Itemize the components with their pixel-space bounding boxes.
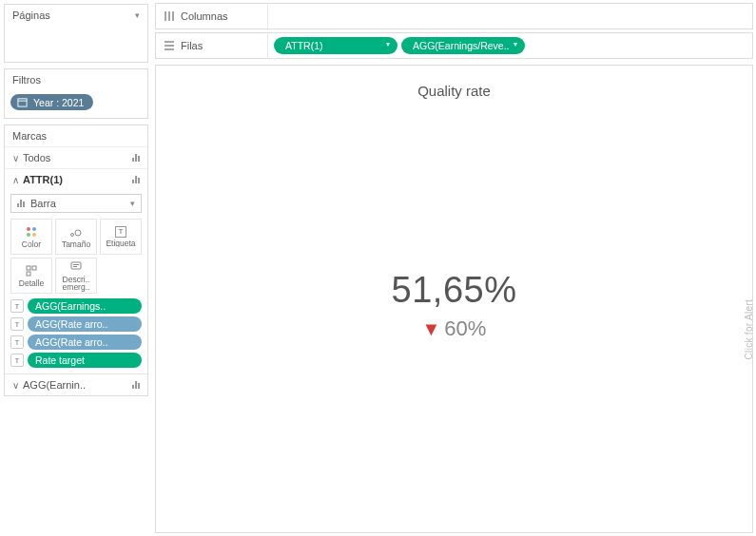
viz-target-row: ▼60%: [392, 316, 517, 340]
marks-label-text: Etiqueta: [106, 239, 135, 248]
text-icon: T: [10, 354, 24, 367]
mark-type-label: Barra: [30, 198, 56, 209]
marks-agg-label: AGG(Earnin..: [23, 379, 132, 391]
marks-detail-label: Detalle: [19, 279, 44, 288]
field-pill-label: AGG(Earnings..: [28, 298, 142, 314]
columns-icon: [164, 10, 175, 22]
filters-title: Filtros: [12, 74, 41, 86]
svg-point-2: [27, 227, 30, 231]
marks-panel: Marcas ∨ Todos ∧ ATTR(1) Barra ▾ Colo: [4, 124, 148, 396]
marks-detail-button[interactable]: Detalle: [10, 258, 52, 294]
filter-pill-label: Year : 2021: [33, 97, 84, 108]
marks-attr-label: ATTR(1): [23, 174, 132, 185]
field-pill-label: Rate target: [28, 353, 142, 368]
svg-point-7: [75, 230, 81, 236]
bar-chart-icon: [132, 176, 140, 183]
chevron-down-icon: ▾: [135, 10, 140, 20]
rows-icon: [164, 40, 175, 51]
label-icon: T: [115, 226, 126, 238]
bar-chart-icon: [132, 381, 140, 389]
pages-title: Páginas: [12, 10, 50, 21]
marks-color-button[interactable]: Color: [10, 219, 52, 255]
text-icon: T: [10, 317, 24, 331]
pages-panel[interactable]: Páginas ▾: [4, 4, 148, 63]
bar-chart-icon: [17, 200, 25, 207]
svg-rect-11: [71, 262, 81, 269]
marks-tooltip-label: Descri.. emerg..: [57, 276, 95, 292]
text-icon: T: [10, 299, 24, 313]
viz-value: 51,65%: [392, 269, 517, 310]
row-pill-0[interactable]: ATTR(1): [274, 37, 397, 54]
marks-size-button[interactable]: Tamaño: [55, 219, 97, 255]
field-pill-label: AGG(Rate arro..: [28, 316, 142, 332]
viz-target: 60%: [444, 316, 486, 339]
bar-chart-icon: [132, 154, 140, 162]
marks-color-label: Color: [22, 240, 41, 249]
marks-title: Marcas: [12, 130, 47, 142]
svg-rect-0: [18, 99, 27, 106]
marks-all-label: Todos: [23, 152, 132, 163]
row-pill-1[interactable]: AGG(Earnings/Reve..: [401, 37, 525, 54]
filter-icon: [16, 96, 29, 108]
text-icon: T: [10, 335, 24, 349]
color-icon: [25, 225, 38, 239]
field-pill-3[interactable]: T Rate target: [10, 353, 142, 368]
chevron-down-icon: ∨: [12, 380, 19, 391]
svg-point-4: [27, 233, 30, 237]
alert-label[interactable]: Click for Alert: [744, 299, 754, 359]
mark-type-dropdown[interactable]: Barra ▾: [10, 194, 142, 213]
detail-icon: [25, 264, 38, 278]
marks-agg-row[interactable]: ∨ AGG(Earnin..: [5, 373, 147, 395]
marks-attr-row[interactable]: ∧ ATTR(1): [5, 168, 147, 190]
chevron-down-icon: ▾: [130, 199, 135, 208]
size-icon: [69, 225, 83, 239]
field-pill-label: AGG(Rate arro..: [28, 335, 142, 350]
filters-panel: Filtros Year : 2021: [4, 68, 148, 119]
columns-label: Columnas: [181, 10, 228, 22]
chevron-down-icon: ∨: [12, 153, 19, 163]
field-pill-0[interactable]: T AGG(Earnings..: [10, 298, 142, 314]
field-pill-1[interactable]: T AGG(Rate arro..: [10, 316, 142, 332]
svg-point-3: [32, 227, 36, 231]
marks-tooltip-button[interactable]: Descri.. emerg..: [55, 258, 97, 294]
marks-label-button[interactable]: T Etiqueta: [100, 219, 142, 255]
chevron-up-icon: ∧: [12, 175, 19, 185]
rows-shelf[interactable]: Filas ATTR(1) AGG(Earnings/Reve..: [155, 32, 753, 59]
field-pill-2[interactable]: T AGG(Rate arro..: [10, 335, 142, 350]
rows-label: Filas: [181, 40, 203, 51]
svg-rect-8: [27, 266, 30, 270]
viz-title: Quality rate: [417, 83, 491, 99]
svg-rect-10: [27, 272, 30, 276]
down-arrow-icon: ▼: [422, 317, 441, 338]
marks-size-label: Tamaño: [62, 240, 90, 249]
tooltip-icon: [69, 260, 83, 274]
viz-canvas: Quality rate 51,65% ▼60% Click for Alert: [155, 65, 753, 533]
svg-rect-9: [32, 266, 36, 270]
marks-all-row[interactable]: ∨ Todos: [5, 146, 147, 168]
svg-point-5: [32, 233, 36, 237]
columns-shelf[interactable]: Columnas: [155, 3, 753, 29]
svg-point-6: [71, 233, 74, 236]
filter-pill-year[interactable]: Year : 2021: [10, 94, 93, 110]
